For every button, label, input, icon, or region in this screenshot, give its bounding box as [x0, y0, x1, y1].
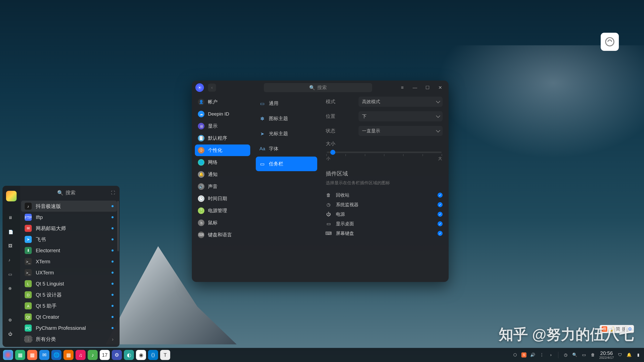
taskbar-launcher[interactable] [3, 350, 13, 360]
category-music-icon[interactable]: ♪ [8, 258, 14, 264]
nav-label: 时间日期 [208, 195, 227, 202]
nav-item-3[interactable]: 📑默认程序 [195, 132, 250, 144]
state-label: 状态 [326, 128, 359, 134]
taskbar-clock[interactable]: 20:56 2022/4/17 [599, 350, 614, 359]
nav-item-5[interactable]: 🌐网络 [195, 157, 250, 168]
nav-item-6[interactable]: 🔔通知 [195, 169, 250, 180]
plugin-checkbox[interactable]: ✓ [438, 221, 443, 226]
tray-capsule-icon[interactable]: ▮ [635, 352, 641, 358]
launcher-search-row: 🔍 搜索 ⛶ [20, 186, 120, 200]
app-item-0[interactable]: ♪抖音极速版 [21, 201, 117, 212]
nav-item-4[interactable]: 🎨个性化 [195, 144, 250, 156]
app-item-2[interactable]: ✉网易邮箱大师 [21, 223, 117, 234]
settings-search-input[interactable]: 🔍 搜索 [264, 83, 372, 92]
category-reading-icon[interactable]: ▭ [8, 272, 14, 278]
nav-item-7[interactable]: 🔊声音 [195, 181, 250, 192]
tray-search-icon[interactable]: 🔍 [572, 352, 578, 358]
launcher-avatar[interactable] [6, 191, 17, 201]
plugin-checkbox[interactable]: ✓ [438, 193, 443, 198]
sub-item-1[interactable]: ✽图标主题 [256, 111, 317, 126]
app-item-6[interactable]: >_UXTerm [21, 267, 117, 278]
app-item-5[interactable]: >_XTerm [21, 256, 117, 267]
mode-select[interactable]: 高效模式 [359, 97, 443, 107]
sub-item-4[interactable]: ▭任务栏 [256, 157, 317, 171]
plugin-checkbox[interactable]: ✓ [438, 212, 443, 217]
close-button[interactable]: ✕ [435, 83, 445, 93]
nav-item-10[interactable]: 🖱鼠标 [195, 217, 250, 229]
position-select[interactable]: 下 [359, 111, 443, 121]
taskbar-chrome[interactable]: ◉ [136, 350, 146, 360]
minimize-button[interactable]: — [410, 83, 420, 93]
sub-item-0[interactable]: ▭通用 [256, 96, 317, 111]
app-item-10[interactable]: QtQt Creator [21, 311, 117, 322]
app-label: XTerm [36, 259, 50, 265]
nav-icon: ☁ [198, 111, 204, 117]
maximize-button[interactable]: ☐ [422, 83, 433, 93]
category-globe-icon[interactable]: ⊕ [8, 286, 14, 292]
app-item-7[interactable]: LQt 5 Linguist [21, 278, 117, 289]
launcher-search-input[interactable]: 🔍 搜索 [25, 189, 108, 196]
tray-cube-icon[interactable]: ⬡ [512, 352, 518, 358]
state-select[interactable]: 一直显示 [359, 126, 443, 136]
nav-item-1[interactable]: ☁Deepin ID [195, 108, 250, 120]
tray-expand-icon[interactable]: › [548, 352, 554, 358]
svg-point-1 [199, 87, 201, 89]
plugin-checkbox[interactable]: ✓ [438, 231, 443, 236]
sub-item-2[interactable]: ➤光标主题 [256, 126, 317, 141]
nav-item-11[interactable]: ⌨键盘和语言 [195, 229, 250, 241]
desktop-icon-recycle[interactable] [601, 33, 619, 51]
nav-item-2[interactable]: 🖥显示 [195, 120, 250, 132]
all-categories-item[interactable]: ⋮⋮⋮所有分类› [21, 334, 117, 345]
launcher-search-placeholder: 搜索 [65, 189, 76, 196]
app-item-11[interactable]: PCPyCharm Professional [21, 322, 117, 334]
tray-wifi-icon[interactable]: ⋮ [539, 352, 545, 358]
back-button[interactable]: ‹ [208, 84, 216, 92]
size-min-label: 小 [326, 156, 330, 161]
category-image-icon[interactable]: 🖼 [8, 244, 14, 250]
taskbar-browser[interactable]: 🌐 [51, 350, 61, 360]
plugin-label: 回收站 [336, 192, 433, 198]
taskbar-vscode[interactable]: ⟨⟩ [148, 350, 158, 360]
tray-sogou-icon[interactable]: S [521, 352, 526, 357]
app-item-4[interactable]: ⬇Electorrent [21, 245, 117, 256]
taskbar-multitask[interactable]: ▦ [15, 350, 25, 360]
app-item-8[interactable]: DQt 5 设计器 [21, 289, 117, 300]
tray-desktop-icon[interactable]: ▭ [581, 352, 587, 358]
sub-icon: ✽ [259, 116, 265, 122]
app-item-9[interactable]: AQt 5 助手 [21, 300, 117, 311]
taskbar-app1[interactable]: ▦ [27, 350, 37, 360]
tray-volume-icon[interactable]: 🔊 [530, 352, 535, 358]
nav-item-8[interactable]: 🕐时间日期 [195, 193, 250, 204]
nav-item-9[interactable]: 🔋电源管理 [195, 205, 250, 216]
size-slider[interactable] [327, 152, 442, 153]
taskbar-calendar[interactable]: 17 [100, 350, 110, 360]
taskbar-calendar2[interactable]: ▦ [63, 350, 74, 360]
size-slider-thumb[interactable] [330, 150, 335, 155]
app-item-1[interactable]: FTPIftp [21, 212, 117, 223]
taskbar-settings[interactable]: ⚙ [112, 350, 122, 360]
tray-sysmon-icon[interactable]: ◷ [563, 352, 568, 358]
app-item-3[interactable]: ➤飞书 [21, 234, 117, 245]
taskbar-music2[interactable]: ♪ [88, 350, 98, 360]
category-computer-icon[interactable]: 🖥 [8, 215, 14, 222]
plugin-checkbox[interactable]: ✓ [438, 202, 443, 207]
launcher-fullscreen-icon[interactable]: ⛶ [111, 191, 115, 195]
taskbar-mail[interactable]: ✉ [39, 350, 49, 360]
taskbar-recycle[interactable]: ◐ [124, 350, 134, 360]
tray-trash-icon[interactable]: 🗑 [590, 352, 596, 358]
launcher-power-icon[interactable]: ⏻ [8, 332, 14, 338]
taskbar-text[interactable]: T [160, 350, 170, 360]
taskbar-music[interactable]: ♫ [76, 350, 86, 360]
nav-item-0[interactable]: 👤帐户 [195, 96, 250, 108]
sub-item-3[interactable]: Aa字体 [256, 141, 317, 156]
menu-button[interactable]: ≡ [397, 83, 407, 93]
category-document-icon[interactable]: 📄 [8, 230, 14, 236]
clock-time: 20:56 [599, 350, 614, 356]
app-label: 飞书 [36, 236, 46, 243]
launcher-settings-icon[interactable]: ⚙ [8, 318, 14, 324]
tray-bell-icon[interactable]: 🔔 [626, 352, 632, 358]
sub-icon: ▭ [259, 161, 265, 167]
launcher-scrollbar[interactable] [117, 201, 119, 251]
tray-shield-icon[interactable]: 🛡 [617, 352, 623, 358]
plugin-label: 系统监视器 [336, 202, 433, 208]
